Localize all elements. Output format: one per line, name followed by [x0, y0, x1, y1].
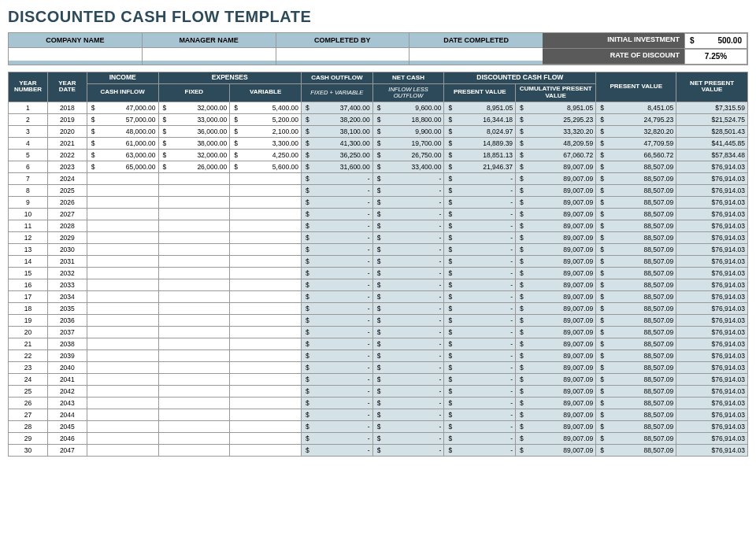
table-cell[interactable]: $89,007.09: [516, 420, 596, 432]
table-cell[interactable]: [230, 267, 302, 279]
table-cell[interactable]: [230, 432, 302, 444]
table-cell[interactable]: [230, 349, 302, 361]
table-cell[interactable]: $-: [372, 302, 444, 314]
table-cell[interactable]: $-: [372, 196, 444, 208]
table-cell[interactable]: $89,007.09: [516, 231, 596, 243]
cell-year-date[interactable]: 2029: [47, 231, 87, 243]
table-cell[interactable]: [230, 172, 302, 184]
cell-year-number[interactable]: 4: [9, 137, 48, 149]
cell-year-date[interactable]: 2036: [47, 314, 87, 326]
table-cell[interactable]: $38,100.00: [301, 125, 372, 137]
cell-npv[interactable]: $76,914.03: [676, 302, 748, 314]
table-cell[interactable]: $88,507.09: [596, 279, 676, 290]
table-cell[interactable]: $-: [301, 302, 372, 314]
cell-npv[interactable]: $21,524.75: [676, 113, 748, 125]
cell-npv[interactable]: $76,914.03: [676, 385, 748, 397]
table-cell[interactable]: $-: [301, 326, 372, 338]
table-cell[interactable]: $41,300.00: [301, 137, 372, 149]
cell-year-date[interactable]: 2035: [47, 302, 87, 314]
table-cell[interactable]: $-: [301, 255, 372, 267]
rate-of-discount-value[interactable]: 7.25%: [684, 49, 747, 65]
table-cell[interactable]: $37,400.00: [301, 102, 372, 113]
cell-year-date[interactable]: 2027: [47, 208, 87, 220]
table-cell[interactable]: $89,007.09: [516, 208, 596, 220]
table-cell[interactable]: [230, 231, 302, 243]
table-cell[interactable]: [158, 432, 230, 444]
table-cell[interactable]: $-: [301, 208, 372, 220]
table-cell[interactable]: [158, 409, 230, 420]
cell-year-date[interactable]: 2045: [47, 420, 87, 432]
cell-year-date[interactable]: 2041: [47, 373, 87, 385]
cell-year-date[interactable]: 2039: [47, 349, 87, 361]
cell-npv[interactable]: $7,315.59: [676, 102, 748, 113]
table-cell[interactable]: $-: [444, 326, 516, 338]
table-cell[interactable]: [87, 326, 158, 338]
cell-year-number[interactable]: 23: [9, 361, 48, 373]
table-cell[interactable]: $9,600.00: [372, 102, 444, 113]
cell-npv[interactable]: $41,445.85: [676, 137, 748, 149]
table-cell[interactable]: [87, 385, 158, 397]
table-cell[interactable]: $-: [444, 409, 516, 420]
table-cell[interactable]: [230, 279, 302, 290]
cell-year-number[interactable]: 13: [9, 243, 48, 255]
cell-year-number[interactable]: 2: [9, 113, 48, 125]
table-cell[interactable]: $4,250.00: [230, 149, 302, 161]
table-cell[interactable]: $-: [301, 172, 372, 184]
table-cell[interactable]: $88,507.09: [596, 196, 676, 208]
table-cell[interactable]: $88,507.09: [596, 420, 676, 432]
table-cell[interactable]: $89,007.09: [516, 444, 596, 456]
table-cell[interactable]: [158, 255, 230, 267]
table-cell[interactable]: [87, 220, 158, 231]
cell-year-date[interactable]: 2023: [47, 161, 87, 172]
cell-npv[interactable]: $76,914.03: [676, 255, 748, 267]
table-cell[interactable]: [230, 409, 302, 420]
cell-year-number[interactable]: 5: [9, 149, 48, 161]
cell-year-date[interactable]: 2020: [47, 125, 87, 137]
table-cell[interactable]: $89,007.09: [516, 172, 596, 184]
table-cell[interactable]: $89,007.09: [516, 361, 596, 373]
table-cell[interactable]: [158, 290, 230, 302]
table-cell[interactable]: $-: [372, 385, 444, 397]
table-cell[interactable]: $88,507.09: [596, 373, 676, 385]
table-cell[interactable]: [158, 172, 230, 184]
table-cell[interactable]: $89,007.09: [516, 279, 596, 290]
table-cell[interactable]: [87, 373, 158, 385]
table-cell[interactable]: $25,295.23: [516, 113, 596, 125]
cell-year-number[interactable]: 30: [9, 444, 48, 456]
cell-year-date[interactable]: 2046: [47, 432, 87, 444]
table-cell[interactable]: $-: [444, 420, 516, 432]
table-cell[interactable]: $-: [301, 243, 372, 255]
table-cell[interactable]: [230, 290, 302, 302]
cell-year-date[interactable]: 2018: [47, 102, 87, 113]
table-cell[interactable]: $89,007.09: [516, 184, 596, 196]
table-cell[interactable]: $89,007.09: [516, 326, 596, 338]
table-cell[interactable]: $89,007.09: [516, 243, 596, 255]
table-cell[interactable]: $-: [301, 409, 372, 420]
cell-npv[interactable]: $76,914.03: [676, 397, 748, 409]
table-cell[interactable]: [230, 220, 302, 231]
cell-year-date[interactable]: 2040: [47, 361, 87, 373]
cell-year-number[interactable]: 27: [9, 409, 48, 420]
table-cell[interactable]: $88,507.09: [596, 255, 676, 267]
table-cell[interactable]: [158, 420, 230, 432]
cell-npv[interactable]: $76,914.03: [676, 243, 748, 255]
cell-npv[interactable]: $76,914.03: [676, 361, 748, 373]
table-cell[interactable]: $33,320.20: [516, 125, 596, 137]
table-cell[interactable]: $-: [301, 267, 372, 279]
table-cell[interactable]: $-: [444, 208, 516, 220]
table-cell[interactable]: $-: [444, 290, 516, 302]
table-cell[interactable]: $88,507.09: [596, 385, 676, 397]
table-cell[interactable]: $-: [372, 349, 444, 361]
table-cell[interactable]: $89,007.09: [516, 338, 596, 349]
cell-npv[interactable]: $76,914.03: [676, 231, 748, 243]
table-cell[interactable]: [158, 397, 230, 409]
table-cell[interactable]: $-: [444, 267, 516, 279]
table-cell[interactable]: [230, 338, 302, 349]
table-cell[interactable]: $-: [444, 255, 516, 267]
cell-year-date[interactable]: 2025: [47, 184, 87, 196]
table-cell[interactable]: [87, 267, 158, 279]
cell-year-number[interactable]: 26: [9, 397, 48, 409]
table-cell[interactable]: $88,507.09: [596, 267, 676, 279]
table-cell[interactable]: $-: [444, 349, 516, 361]
table-cell[interactable]: $-: [372, 314, 444, 326]
